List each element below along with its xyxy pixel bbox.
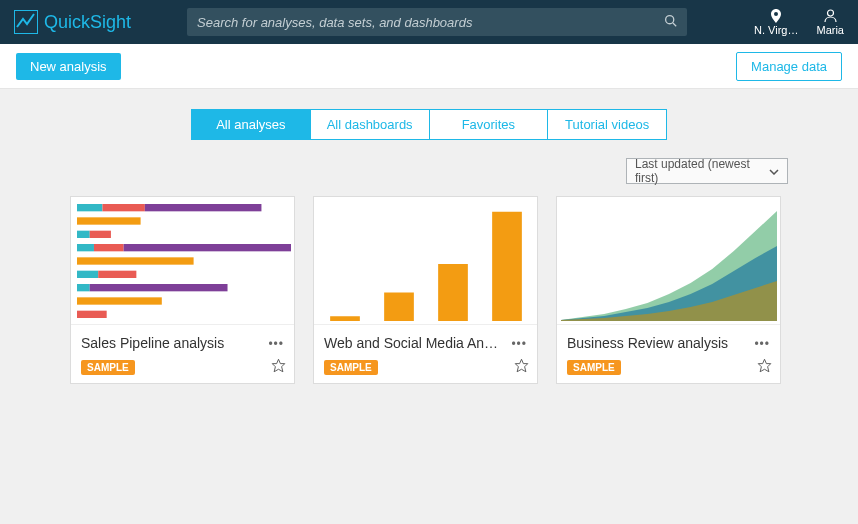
region-label: N. Virg… [754,24,798,36]
svg-rect-3 [77,204,102,211]
user-icon [824,9,837,23]
card-thumbnail [314,197,537,325]
region-pin-icon [771,9,781,23]
tab-all-analyses[interactable]: All analyses [192,110,310,139]
svg-rect-6 [77,217,141,224]
analysis-card[interactable]: Sales Pipeline analysis SAMPLE ••• [70,196,295,384]
toolbar: New analysis Manage data [0,44,858,89]
svg-rect-7 [77,231,90,238]
top-bar: QuickSight N. Virg… Maria [0,0,858,44]
svg-rect-18 [77,311,107,318]
favorite-star-icon[interactable] [271,358,286,377]
manage-data-button[interactable]: Manage data [736,52,842,81]
svg-rect-14 [98,271,136,278]
favorite-star-icon[interactable] [757,358,772,377]
svg-point-2 [827,10,833,16]
svg-rect-22 [438,264,468,321]
tab-favorites[interactable]: Favorites [429,110,548,139]
brand-name: QuickSight [44,12,131,33]
svg-rect-11 [124,244,291,251]
svg-rect-20 [330,316,360,321]
svg-rect-13 [77,271,98,278]
analysis-card[interactable]: Business Review analysis SAMPLE ••• [556,196,781,384]
card-more-button[interactable]: ••• [268,337,284,351]
card-more-button[interactable]: ••• [511,337,527,351]
favorite-star-icon[interactable] [514,358,529,377]
card-title: Sales Pipeline analysis [81,335,261,351]
sort-selected-label: Last updated (newest first) [635,157,769,185]
sort-dropdown[interactable]: Last updated (newest first) [626,158,788,184]
svg-rect-5 [145,204,262,211]
tab-tutorial-videos[interactable]: Tutorial videos [547,110,666,139]
svg-rect-10 [94,244,124,251]
svg-line-1 [673,23,676,26]
svg-marker-24 [515,359,528,372]
svg-marker-19 [272,359,285,372]
svg-rect-15 [77,284,90,291]
svg-rect-23 [492,212,522,321]
chevron-down-icon [769,164,779,178]
tabs: All analyses All dashboards Favorites Tu… [191,109,667,140]
svg-rect-9 [77,244,94,251]
svg-point-0 [666,16,674,24]
search-bar[interactable] [187,8,687,36]
svg-rect-21 [384,293,414,322]
svg-rect-16 [90,284,228,291]
brand-logo[interactable]: QuickSight [14,10,131,34]
card-thumbnail [71,197,294,325]
sample-badge: SAMPLE [81,360,135,375]
card-grid: Sales Pipeline analysis SAMPLE ••• Web a… [70,196,788,384]
svg-rect-8 [90,231,111,238]
search-icon[interactable] [664,13,677,31]
search-input[interactable] [197,15,664,30]
card-title: Web and Social Media Anal… [324,335,504,351]
svg-rect-12 [77,257,194,264]
card-thumbnail [557,197,780,325]
analysis-card[interactable]: Web and Social Media Anal… SAMPLE ••• [313,196,538,384]
sample-badge: SAMPLE [324,360,378,375]
user-label: Maria [816,24,844,36]
tab-all-dashboards[interactable]: All dashboards [310,110,429,139]
svg-rect-4 [102,204,144,211]
sample-badge: SAMPLE [567,360,621,375]
user-menu[interactable]: Maria [816,9,844,36]
new-analysis-button[interactable]: New analysis [16,53,121,80]
svg-marker-25 [758,359,771,372]
quicksight-logo-icon [14,10,38,34]
card-more-button[interactable]: ••• [754,337,770,351]
svg-rect-17 [77,297,162,304]
region-selector[interactable]: N. Virg… [754,9,798,36]
card-title: Business Review analysis [567,335,747,351]
